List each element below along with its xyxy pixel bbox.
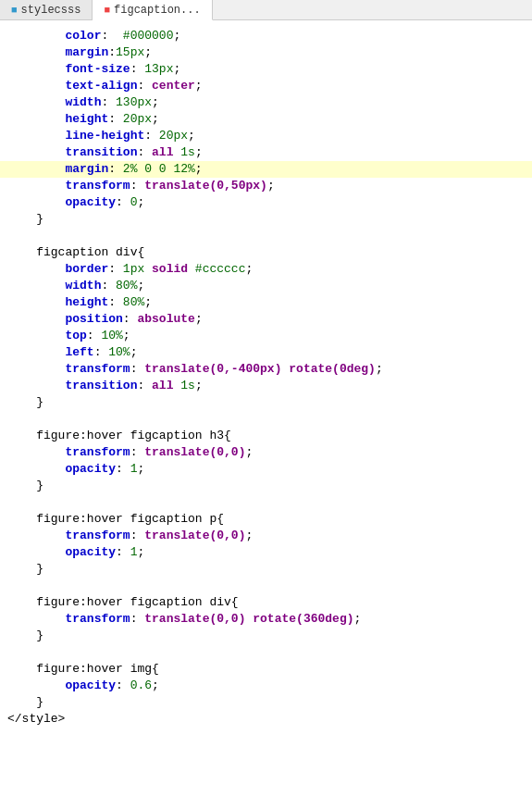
- token: ;: [376, 362, 383, 376]
- token: ;: [195, 145, 203, 159]
- line-content: width: 130px;: [7, 94, 525, 111]
- code-line: }: [0, 628, 532, 644]
- token: center: [152, 79, 195, 93]
- token: translate(0,-400px) rotate(0deg): [144, 362, 376, 376]
- line-content: transform: translate(0,0);: [7, 528, 525, 544]
- token: ;: [152, 95, 159, 109]
- token: :: [116, 195, 130, 209]
- token: height: [65, 112, 108, 126]
- token: :: [130, 445, 145, 459]
- line-content: </style>: [7, 711, 525, 728]
- token: 130px: [116, 95, 152, 109]
- token: transition: [65, 379, 137, 392]
- token: 1px: [123, 262, 144, 276]
- code-line: line-height: 20px;: [0, 128, 532, 144]
- token: :: [101, 279, 116, 292]
- token: 2% 0 0 12%: [123, 162, 195, 176]
- code-line: [0, 644, 532, 661]
- token: color: [65, 29, 101, 43]
- tab-stylecsss[interactable]: ■ stylecsss: [0, 0, 93, 19]
- token: }: [36, 479, 43, 492]
- token: 1s: [180, 145, 195, 159]
- token: ;: [152, 678, 159, 692]
- line-content: transform: translate(0,50px);: [7, 178, 525, 194]
- token: all: [152, 379, 173, 392]
- token: 10%: [101, 329, 122, 342]
- line-content: }: [7, 628, 525, 644]
- line-content: margin: 2% 0 0 12%;: [7, 161, 525, 178]
- line-content: opacity: 0;: [7, 194, 525, 211]
- code-line: opacity: 1;: [0, 461, 532, 478]
- line-content: }: [7, 394, 525, 411]
- token: 15px: [116, 45, 144, 59]
- token: :: [130, 529, 145, 542]
- token: ;: [195, 379, 203, 392]
- code-line: margin: 2% 0 0 12%;: [0, 161, 532, 178]
- token: }: [36, 629, 43, 642]
- tab-figcaption[interactable]: ■ figcaption...: [93, 0, 212, 20]
- token: ;: [188, 129, 195, 143]
- code-line: [0, 228, 532, 244]
- token: all: [152, 145, 173, 159]
- token: ;: [245, 529, 253, 542]
- token: 0.6: [130, 678, 152, 692]
- line-content: figure:hover figcaption h3{: [7, 428, 525, 444]
- token: :: [116, 462, 130, 476]
- line-content: transform: translate(0,0) rotate(360deg)…: [7, 611, 525, 628]
- token: width: [65, 95, 101, 109]
- code-line: }: [0, 211, 532, 228]
- token: ;: [173, 29, 180, 43]
- line-content: transition: all 1s;: [7, 378, 525, 394]
- token: :: [108, 45, 116, 59]
- token: :: [137, 379, 152, 392]
- token: ;: [144, 45, 152, 59]
- token: :: [137, 79, 152, 93]
- token: :: [101, 29, 122, 43]
- code-line: figcaption div{: [0, 244, 532, 261]
- code-line: transition: all 1s;: [0, 144, 532, 161]
- line-content: left: 10%;: [7, 344, 525, 361]
- token: ;: [267, 179, 275, 193]
- token: #cccccc: [195, 262, 246, 276]
- token: 20px: [159, 129, 188, 143]
- token: figcaption div: [36, 245, 137, 259]
- code-line: transform: translate(0,0) rotate(360deg)…: [0, 611, 532, 628]
- token: transform: [65, 179, 130, 193]
- code-line: [0, 578, 532, 594]
- token: transform: [65, 362, 130, 376]
- code-line: transform: translate(0,50px);: [0, 178, 532, 194]
- code-line: text-align: center;: [0, 78, 532, 94]
- token: opacity: [65, 545, 116, 559]
- token: 1s: [180, 379, 195, 392]
- code-line: transform: translate(0,0);: [0, 528, 532, 544]
- line-content: [7, 494, 525, 511]
- code-line: left: 10%;: [0, 344, 532, 361]
- css-icon: ■: [11, 5, 18, 16]
- code-line: opacity: 0.6;: [0, 678, 532, 694]
- code-line: figure:hover figcaption h3{: [0, 428, 532, 444]
- token: ;: [123, 329, 130, 342]
- code-line: }: [0, 561, 532, 578]
- line-content: }: [7, 694, 525, 711]
- line-content: [7, 578, 525, 594]
- token: figure:hover figcaption h3: [36, 429, 224, 442]
- token: translate(0,0): [144, 445, 245, 459]
- token: {: [152, 662, 159, 676]
- tab-label-stylecsss: stylecsss: [21, 4, 81, 17]
- line-content: position: absolute;: [7, 311, 525, 328]
- token: solid: [144, 262, 195, 276]
- line-content: border: 1px solid #cccccc;: [7, 261, 525, 278]
- code-line: width: 80%;: [0, 278, 532, 294]
- code-line: border: 1px solid #cccccc;: [0, 261, 532, 278]
- token: ;: [137, 195, 144, 209]
- code-line: position: absolute;: [0, 311, 532, 328]
- token: margin: [65, 45, 108, 59]
- token: border: [65, 262, 108, 276]
- token: </style>: [7, 712, 65, 726]
- token: {: [137, 245, 144, 259]
- token: {: [231, 595, 239, 609]
- code-line: height: 20px;: [0, 111, 532, 128]
- token: ;: [137, 545, 144, 559]
- line-content: transform: translate(0,0);: [7, 444, 525, 461]
- code-line: transform: translate(0,0);: [0, 444, 532, 461]
